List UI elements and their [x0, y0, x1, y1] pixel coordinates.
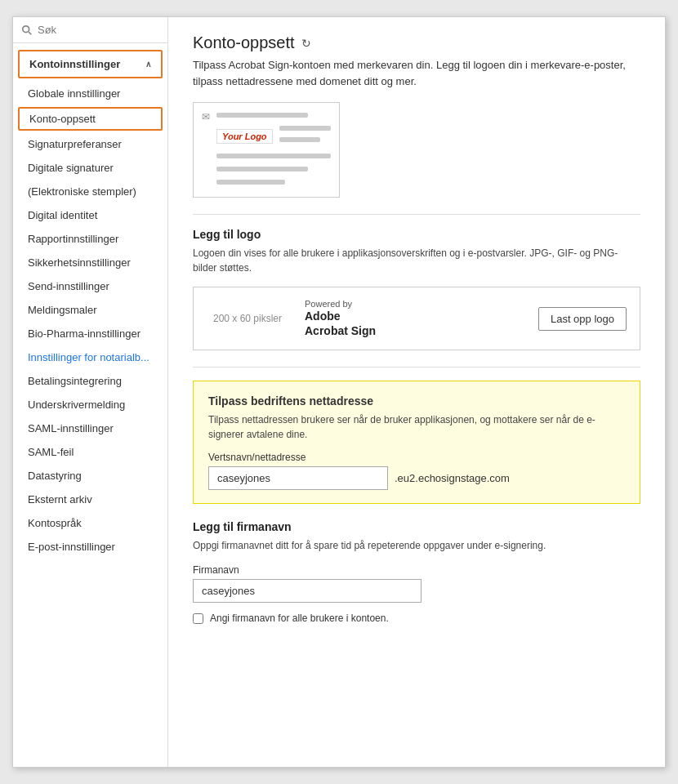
company-for-all-checkbox[interactable] — [193, 613, 203, 624]
sidebar-section: Kontoinnstillinger ∧ Globale innstilling… — [13, 47, 167, 559]
page-title: Konto-oppsett — [193, 33, 295, 52]
company-section-title: Legg til firmanavn — [193, 520, 640, 533]
logo-size-label: 200 x 60 piksler — [207, 313, 288, 324]
sidebar-item-konto-oppsett[interactable]: Konto-oppsett — [18, 107, 163, 131]
email-line-4 — [216, 154, 331, 158]
main-content: Konto-oppsett ↻ Tilpass Acrobat Sign-kon… — [168, 17, 665, 767]
sidebar-item-bio-pharma[interactable]: Bio-Pharma-innstillinger — [13, 322, 167, 345]
sidebar-item-digitale-signaturer[interactable]: Digitale signaturer — [13, 156, 167, 180]
sidebar-item-rapportinnstillinger[interactable]: Rapportinnstillinger — [13, 227, 167, 251]
search-box[interactable] — [13, 17, 167, 43]
company-section-desc: Oppgi firmanavnet ditt for å spare tid p… — [193, 538, 640, 553]
email-line-1 — [216, 113, 308, 118]
sidebar-group-kontoinnstillinger[interactable]: Kontoinnstillinger ∧ — [18, 50, 163, 78]
logo-branding: Powered by AdobeAcrobat Sign — [305, 299, 522, 338]
email-line-3 — [279, 137, 321, 142]
sidebar: Kontoinnstillinger ∧ Globale innstilling… — [13, 17, 168, 767]
email-preview-content: ✉ Your Logo — [202, 111, 331, 189]
sidebar-item-kontosprak[interactable]: Kontospråk — [13, 511, 167, 535]
sidebar-item-meldingsmaler[interactable]: Meldingsmaler — [13, 298, 167, 322]
search-icon — [21, 24, 33, 36]
adobe-acrobat-sign-text: AdobeAcrobat Sign — [305, 309, 376, 338]
svg-point-0 — [23, 25, 29, 32]
page-description: Tilpass Acrobat Sign-kontoen med merkeva… — [193, 57, 640, 89]
email-icon: ✉ — [202, 111, 210, 122]
powered-by-text: Powered by — [305, 299, 376, 309]
subdomain-input[interactable] — [208, 466, 388, 490]
sidebar-item-e-post-innstillinger[interactable]: E-post-innstillinger — [13, 535, 167, 559]
url-suffix: .eu2.echosignstage.com — [388, 467, 516, 489]
search-input[interactable] — [38, 24, 159, 36]
sidebar-item-send-innstillinger[interactable]: Send-innstillinger — [13, 274, 167, 298]
company-name-input[interactable] — [193, 579, 422, 603]
sidebar-item-globale[interactable]: Globale innstillinger — [13, 82, 167, 105]
company-section: Legg til firmanavn Oppgi firmanavnet dit… — [193, 520, 640, 624]
chevron-up-icon: ∧ — [145, 60, 151, 69]
divider-1 — [193, 214, 640, 215]
email-line-5 — [216, 167, 308, 172]
sidebar-item-saml-innstillinger[interactable]: SAML-innstillinger — [13, 416, 167, 440]
company-name-label: Firmanavn — [193, 564, 640, 576]
url-section-desc: Tilpass nettadressen brukere ser når de … — [208, 412, 625, 442]
sidebar-item-underskrivermelding[interactable]: Underskrivermelding — [13, 393, 167, 416]
sidebar-item-digital-identitet[interactable]: Digital identitet — [13, 203, 167, 227]
url-section-title: Tilpass bedriftens nettadresse — [208, 394, 625, 408]
email-right-lines: Your Logo — [216, 111, 331, 189]
your-logo-placeholder: Your Logo — [216, 129, 273, 144]
page-title-row: Konto-oppsett ↻ — [193, 33, 640, 52]
sidebar-item-notarialb[interactable]: Innstillinger for notarialb... — [13, 345, 167, 369]
refresh-icon[interactable]: ↻ — [301, 37, 311, 50]
sidebar-item-signaturpreferanser[interactable]: Signaturpreferanser — [13, 132, 167, 156]
url-section: Tilpass bedriftens nettadresse Tilpass n… — [193, 381, 640, 504]
sidebar-item-betalingsintegrering[interactable]: Betalingsintegrering — [13, 369, 167, 393]
divider-2 — [193, 367, 640, 368]
sidebar-item-eksternt-arkiv[interactable]: Eksternt arkiv — [13, 488, 167, 511]
email-line-6 — [216, 180, 285, 185]
checkbox-row: Angi firmanavn for alle brukere i kontoe… — [193, 612, 640, 624]
sidebar-group-label: Kontoinnstillinger — [29, 58, 120, 70]
upload-logo-button[interactable]: Last opp logo — [538, 307, 627, 331]
checkbox-label: Angi firmanavn for alle brukere i kontoe… — [210, 612, 389, 624]
logo-section-desc: Logoen din vises for alle brukere i appl… — [193, 246, 640, 275]
email-preview: ✉ Your Logo — [193, 102, 340, 198]
sidebar-item-saml-feil[interactable]: SAML-feil — [13, 440, 167, 464]
sidebar-item-elektroniske-stempler[interactable]: (Elektroniske stempler) — [13, 180, 167, 203]
sidebar-item-sikkerhetsinnstillinger[interactable]: Sikkerhetsinnstillinger — [13, 251, 167, 274]
url-label: Vertsnavn/nettadresse — [208, 452, 625, 463]
logo-section-title: Legg til logo — [193, 228, 640, 241]
email-line-2 — [279, 126, 331, 131]
logo-upload-area: 200 x 60 piksler Powered by AdobeAcrobat… — [193, 287, 640, 350]
svg-line-1 — [29, 32, 31, 34]
powered-by-block: Powered by AdobeAcrobat Sign — [305, 299, 376, 338]
url-input-row: .eu2.echosignstage.com — [208, 466, 625, 490]
sidebar-item-datastyring[interactable]: Datastyring — [13, 464, 167, 488]
